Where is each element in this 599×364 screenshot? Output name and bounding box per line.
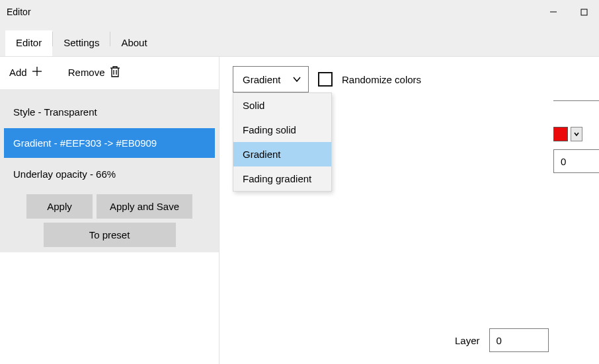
editor-body: Add Remove <box>0 57 599 364</box>
remove-button[interactable]: Remove <box>64 62 125 83</box>
type-dropdown[interactable]: Gradient <box>233 66 309 92</box>
list-item-label: Underlay opacity - 66% <box>13 168 116 180</box>
dropdown-option-solid[interactable]: Solid <box>233 93 331 118</box>
color-row <box>553 127 582 141</box>
maximize-button[interactable] <box>569 0 599 24</box>
trash-icon <box>109 65 121 80</box>
option-label: Fading gradient <box>243 173 311 184</box>
option-label: Fading solid <box>243 124 296 135</box>
remove-label: Remove <box>68 67 105 78</box>
button-label: Apply and Save <box>110 201 179 212</box>
tab-settings[interactable]: Settings <box>53 30 110 56</box>
layer-input[interactable] <box>489 328 549 352</box>
option-label: Gradient <box>243 149 281 160</box>
list-item-label: Gradient - #EEF303 -> #EB0909 <box>13 137 157 149</box>
randomize-checkbox[interactable] <box>318 72 333 87</box>
layer-row: Layer <box>455 328 549 352</box>
tab-label: Editor <box>16 37 42 48</box>
type-dropdown-wrap: Gradient Solid Fading solid Gradient <box>233 66 309 92</box>
occluded-controls <box>553 94 599 112</box>
chevron-down-icon <box>292 75 301 84</box>
randomize-label[interactable]: Randomize colors <box>342 74 421 85</box>
action-row: Apply Apply and Save <box>3 190 216 219</box>
effect-list: Style - Transparent Gradient - #EEF303 -… <box>4 97 215 189</box>
window-controls <box>538 0 599 24</box>
action-row-2: To preset <box>3 219 216 247</box>
slider-track[interactable] <box>553 100 599 101</box>
number-input[interactable] <box>553 149 599 173</box>
list-item[interactable]: Gradient - #EEF303 -> #EB0909 <box>4 128 215 158</box>
tab-label: About <box>121 37 147 48</box>
tab-about[interactable]: About <box>110 30 157 56</box>
list-item[interactable]: Underlay opacity - 66% <box>4 159 215 189</box>
dropdown-option-fading-solid[interactable]: Fading solid <box>233 118 331 142</box>
type-dropdown-list: Solid Fading solid Gradient Fading gradi… <box>233 92 332 192</box>
titlebar: Editor <box>0 0 599 24</box>
button-label: To preset <box>89 229 130 240</box>
tab-label: Settings <box>63 37 99 48</box>
number-row <box>553 149 599 173</box>
plus-icon <box>31 65 43 79</box>
dropdown-selected: Gradient <box>243 74 281 85</box>
left-pane: Add Remove <box>0 57 220 364</box>
tab-strip: Editor Settings About <box>0 24 599 57</box>
window-title: Editor <box>7 7 31 17</box>
color-swatch[interactable] <box>553 127 568 141</box>
left-toolbar: Add Remove <box>0 57 219 89</box>
tab-editor[interactable]: Editor <box>5 30 52 56</box>
list-item-label: Style - Transparent <box>13 106 97 118</box>
top-row: Gradient Solid Fading solid Gradient <box>233 66 592 92</box>
layer-label: Layer <box>455 335 480 346</box>
dropdown-option-gradient[interactable]: Gradient <box>233 142 331 166</box>
apply-save-button[interactable]: Apply and Save <box>97 194 192 219</box>
left-pane-inner: Style - Transparent Gradient - #EEF303 -… <box>0 89 219 252</box>
to-preset-button[interactable]: To preset <box>44 223 176 247</box>
apply-button[interactable]: Apply <box>26 194 93 219</box>
add-label: Add <box>9 67 27 78</box>
dropdown-option-fading-gradient[interactable]: Fading gradient <box>233 166 331 191</box>
color-picker-button[interactable] <box>571 127 582 141</box>
right-pane: Gradient Solid Fading solid Gradient <box>220 57 599 364</box>
option-label: Solid <box>243 100 264 111</box>
svg-rect-1 <box>581 9 587 15</box>
list-item[interactable]: Style - Transparent <box>4 97 215 127</box>
button-label: Apply <box>47 201 72 212</box>
minimize-button[interactable] <box>538 0 569 24</box>
add-button[interactable]: Add <box>5 63 47 82</box>
